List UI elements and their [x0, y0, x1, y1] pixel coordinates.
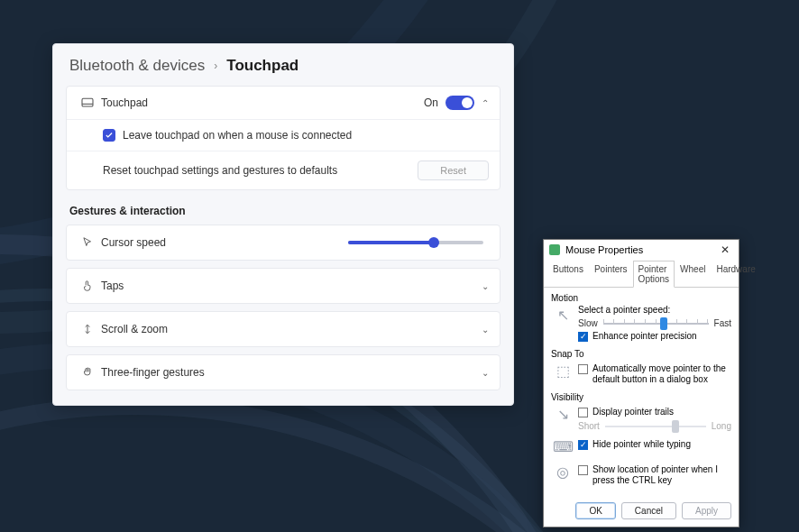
svg-rect-0 [82, 98, 93, 106]
dialog-titlebar[interactable]: Mouse Properties ✕ [544, 240, 739, 260]
chevron-down-icon: ⌄ [482, 325, 489, 335]
taps-label: Taps [97, 280, 482, 292]
mouse-icon [549, 244, 560, 255]
tab-pointer-options[interactable]: Pointer Options [633, 261, 675, 288]
cursor-speed-slider[interactable] [348, 241, 483, 244]
slow-label: Slow [578, 318, 598, 328]
scroll-zoom-panel[interactable]: Scroll & zoom ⌄ [66, 311, 501, 347]
trails-row[interactable]: Display pointer trails [578, 407, 731, 417]
tab-strip: Buttons Pointers Pointer Options Wheel H… [544, 260, 739, 288]
tab-hardware[interactable]: Hardware [711, 261, 760, 288]
touchpad-toggle[interactable] [445, 96, 474, 110]
motion-title: Motion [551, 293, 731, 303]
leave-touchpad-label: Leave touchpad on when a mouse is connec… [123, 129, 352, 142]
touchpad-row[interactable]: Touchpad On ⌃ [67, 87, 500, 119]
touchpad-state-text: On [424, 96, 438, 109]
enhance-precision-checkbox[interactable] [578, 332, 588, 342]
dialog-button-bar: OK Cancel Apply [544, 497, 739, 527]
chevron-down-icon: ⌄ [482, 281, 489, 291]
breadcrumb-parent[interactable]: Bluetooth & devices [69, 57, 205, 75]
gestures-section-title: Gestures & interaction [69, 205, 501, 217]
hide-typing-label: Hide pointer while typing [592, 439, 691, 450]
hide-typing-icon: ⌨ [553, 436, 573, 456]
motion-icon: ↖ [553, 305, 573, 325]
apply-button[interactable]: Apply [682, 502, 731, 519]
trails-icon: ↘ [553, 404, 573, 424]
snap-label: Automatically move pointer to the defaul… [592, 363, 731, 385]
breadcrumb: Bluetooth & devices › Touchpad [69, 57, 501, 75]
touchpad-card: Touchpad On ⌃ Leave touchpad on when a m… [66, 86, 501, 190]
chevron-down-icon: ⌄ [482, 368, 489, 378]
hide-typing-row[interactable]: Hide pointer while typing [578, 439, 731, 450]
reset-label: Reset touchpad settings and gestures to … [103, 164, 418, 177]
tab-pointers[interactable]: Pointers [589, 261, 633, 288]
three-finger-label: Three-finger gestures [97, 366, 482, 379]
long-label: Long [712, 421, 731, 431]
short-label: Short [578, 421, 600, 431]
ok-button[interactable]: OK [575, 502, 615, 519]
touchpad-icon [78, 96, 97, 110]
snap-icon: ⬚ [553, 361, 573, 381]
reset-button[interactable]: Reset [418, 161, 489, 180]
chevron-up-icon[interactable]: ⌃ [482, 98, 489, 108]
three-finger-icon [78, 366, 97, 379]
settings-touchpad-window: Bluetooth & devices › Touchpad Touchpad … [52, 43, 514, 406]
tab-buttons[interactable]: Buttons [547, 261, 589, 288]
taps-panel[interactable]: Taps ⌄ [66, 268, 501, 304]
cursor-speed-label: Cursor speed [97, 236, 348, 249]
ctrl-locate-icon: ◎ [553, 462, 573, 482]
pointer-speed-label: Select a pointer speed: [578, 305, 731, 315]
pointer-speed-slider[interactable] [603, 317, 709, 328]
hand-tap-icon [78, 280, 97, 292]
scroll-zoom-label: Scroll & zoom [97, 323, 482, 335]
ctrl-locate-row[interactable]: Show location of pointer when I press th… [578, 464, 731, 486]
trail-length-slider [605, 420, 706, 431]
tab-wheel[interactable]: Wheel [675, 261, 711, 288]
touchpad-label: Touchpad [97, 96, 424, 109]
ctrl-locate-checkbox[interactable] [578, 465, 588, 475]
scroll-icon [78, 323, 97, 335]
cursor-speed-panel: Cursor speed [66, 225, 501, 261]
snap-checkbox[interactable] [578, 364, 588, 374]
hide-typing-checkbox[interactable] [578, 440, 588, 450]
motion-group: Motion ↖ Select a pointer speed: Slow Fa… [551, 293, 731, 342]
ctrl-locate-label: Show location of pointer when I press th… [592, 464, 731, 486]
trails-checkbox[interactable] [578, 408, 588, 417]
mouse-properties-dialog: Mouse Properties ✕ Buttons Pointers Poin… [543, 239, 739, 527]
dialog-title: Mouse Properties [565, 244, 717, 255]
cancel-button[interactable]: Cancel [621, 502, 676, 519]
fast-label: Fast [714, 318, 731, 328]
cursor-icon [78, 236, 97, 249]
snap-group: Snap To ⬚ Automatically move pointer to … [551, 349, 731, 385]
visibility-title: Visibility [551, 392, 731, 402]
three-finger-panel[interactable]: Three-finger gestures ⌄ [66, 354, 501, 390]
close-icon[interactable]: ✕ [717, 243, 733, 256]
trails-label: Display pointer trails [592, 407, 674, 417]
breadcrumb-current: Touchpad [226, 57, 298, 75]
enhance-precision-label: Enhance pointer precision [592, 331, 697, 342]
reset-row: Reset touchpad settings and gestures to … [67, 151, 500, 189]
enhance-precision-row[interactable]: Enhance pointer precision [578, 331, 731, 342]
snap-title: Snap To [551, 349, 731, 359]
leave-touchpad-row[interactable]: Leave touchpad on when a mouse is connec… [67, 119, 500, 151]
visibility-group: Visibility ↘ Display pointer trails Shor… [551, 392, 731, 486]
chevron-right-icon: › [214, 60, 217, 72]
snap-row[interactable]: Automatically move pointer to the defaul… [578, 363, 731, 385]
leave-touchpad-checkbox[interactable] [103, 129, 115, 142]
